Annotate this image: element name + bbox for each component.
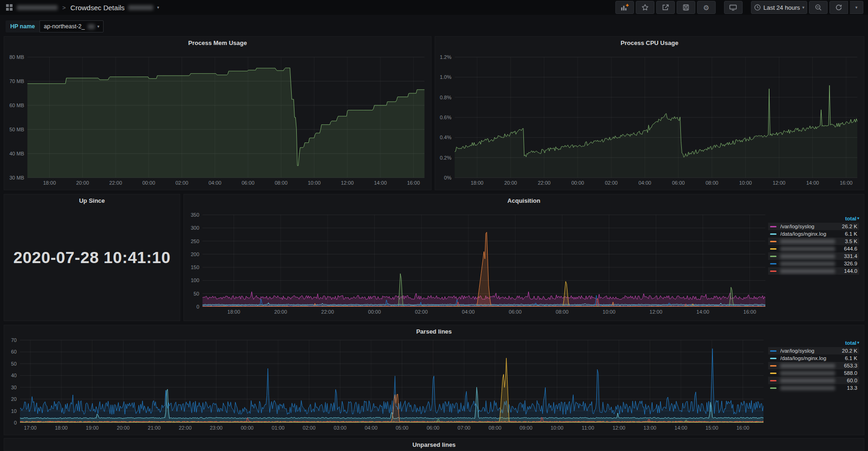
panel-title-cpu[interactable]: Process CPU Usage [435, 39, 864, 46]
redacted-series-label [780, 269, 835, 273]
svg-text:10:00: 10:00 [550, 425, 563, 431]
time-range-picker[interactable]: Last 24 hours ▾ [751, 1, 807, 14]
svg-text:16:00: 16:00 [737, 425, 750, 431]
svg-text:08:00: 08:00 [705, 180, 718, 186]
svg-text:0: 0 [14, 420, 17, 425]
svg-text:250: 250 [191, 238, 199, 244]
settings-button[interactable]: ⚙ [697, 1, 716, 14]
svg-text:04:00: 04:00 [365, 425, 378, 431]
redacted-title-suffix [128, 5, 153, 10]
legend-series-swatch [770, 241, 777, 242]
legend-row[interactable]: /var/log/syslog26.2 K [768, 223, 859, 230]
svg-text:10: 10 [11, 408, 17, 414]
panel-title-parsed[interactable]: Parsed lines [4, 328, 864, 335]
svg-text:0%: 0% [444, 175, 451, 180]
svg-text:350: 350 [191, 212, 199, 218]
variable-chevron-down-icon: ▾ [98, 25, 100, 29]
svg-text:60: 60 [11, 349, 17, 354]
legend-series-swatch [770, 358, 777, 359]
hp-name-dropdown[interactable]: ap-northeast-2_ ▾ [39, 20, 104, 32]
legend-row[interactable]: 144.0 [768, 267, 859, 275]
acquisition-chart[interactable]: 18:0020:0022:0000:0002:0004:0006:0008:00… [184, 194, 768, 321]
legend-sort-header[interactable]: total▾ [768, 215, 859, 222]
title-chevron-down-icon[interactable]: ▾ [157, 6, 159, 10]
add-panel-button[interactable] [615, 1, 634, 14]
legend-series-total: 6.1 K [845, 231, 857, 237]
refresh-button[interactable] [829, 1, 848, 14]
legend-row[interactable]: 331.4 [768, 252, 859, 260]
redacted-variable-suffix [88, 24, 95, 29]
panel-title-acquisition[interactable]: Acquisition [184, 197, 864, 204]
svg-text:300: 300 [191, 225, 199, 231]
svg-text:70: 70 [11, 337, 17, 343]
refresh-interval-dropdown[interactable]: ▾ [850, 1, 863, 14]
svg-text:30 MB: 30 MB [9, 175, 24, 180]
legend-row[interactable]: /var/log/syslog20.2 K [768, 347, 859, 354]
cycle-view-mode-button[interactable] [724, 1, 743, 14]
svg-text:14:00: 14:00 [697, 309, 710, 315]
panel-title-mem[interactable]: Process Mem Usage [4, 39, 431, 46]
legend-series-total: 26.2 K [842, 224, 857, 229]
svg-text:10:00: 10:00 [739, 180, 752, 186]
legend-series-swatch [770, 271, 777, 272]
star-button[interactable] [636, 1, 654, 14]
dashboard-title[interactable]: Crowdsec Details [71, 4, 125, 12]
legend-row[interactable]: 13.3 [768, 384, 859, 392]
legend-row[interactable]: /data/logs/nginx.log6.1 K [768, 354, 859, 362]
legend-series-total: 588.0 [844, 370, 857, 376]
svg-text:04:00: 04:00 [462, 309, 475, 315]
svg-text:04:00: 04:00 [639, 180, 652, 186]
svg-text:0.8%: 0.8% [440, 95, 451, 100]
svg-text:00:00: 00:00 [241, 425, 254, 431]
legend-row[interactable]: 644.6 [768, 245, 859, 252]
cpu-usage-chart[interactable]: 18:0020:0022:0000:0002:0004:0006:0008:00… [435, 37, 864, 190]
legend-sort-header[interactable]: total▾ [768, 339, 859, 346]
panel-process-mem-usage: Process Mem Usage 18:0020:0022:0000:0002… [4, 36, 431, 190]
svg-text:12:00: 12:00 [613, 425, 626, 431]
legend-series-swatch [770, 263, 777, 264]
svg-text:08:00: 08:00 [489, 425, 502, 431]
apps-grid-icon[interactable] [6, 4, 13, 11]
svg-text:02:00: 02:00 [303, 425, 316, 431]
legend-series-swatch [770, 256, 777, 257]
legend-series-swatch [770, 380, 777, 381]
legend-series-total: 326.9 [844, 261, 857, 266]
svg-text:12:00: 12:00 [773, 180, 786, 186]
panel-title-unparsed[interactable]: Unparsed lines [4, 441, 864, 448]
legend-row[interactable]: 60.0 [768, 377, 859, 384]
svg-text:16:00: 16:00 [840, 180, 853, 186]
share-button[interactable] [656, 1, 675, 14]
svg-text:70 MB: 70 MB [9, 78, 24, 84]
legend-row[interactable]: 588.0 [768, 369, 859, 377]
legend-row[interactable]: 3.5 K [768, 238, 859, 245]
svg-text:100: 100 [191, 277, 199, 283]
svg-text:13:00: 13:00 [644, 425, 657, 431]
breadcrumb-separator-icon: > [62, 4, 66, 11]
svg-text:02:00: 02:00 [176, 180, 189, 186]
legend-series-total: 653.3 [844, 363, 857, 368]
svg-text:50: 50 [11, 361, 17, 367]
acquisition-legend: total▾/var/log/syslog26.2 K/data/logs/ng… [768, 194, 864, 321]
svg-text:05:00: 05:00 [396, 425, 409, 431]
svg-text:18:00: 18:00 [470, 180, 483, 186]
svg-text:03:00: 03:00 [334, 425, 347, 431]
parsed-lines-chart[interactable]: 17:0018:0019:0020:0021:0022:0023:0000:00… [4, 325, 768, 435]
zoom-out-button[interactable] [809, 1, 828, 14]
svg-text:30: 30 [11, 385, 17, 390]
redacted-folder-name[interactable] [17, 5, 58, 10]
svg-text:19:00: 19:00 [86, 425, 99, 431]
svg-text:00:00: 00:00 [142, 180, 155, 186]
legend-series-swatch [770, 248, 777, 250]
svg-text:10:00: 10:00 [603, 309, 616, 315]
panel-title-up-since[interactable]: Up Since [4, 197, 180, 204]
legend-row[interactable]: 653.3 [768, 362, 859, 369]
svg-text:14:00: 14:00 [674, 425, 687, 431]
legend-series-total: 144.0 [844, 268, 857, 274]
svg-text:04:00: 04:00 [209, 180, 222, 186]
legend-row[interactable]: /data/logs/nginx.log6.1 K [768, 230, 859, 238]
svg-text:02:00: 02:00 [605, 180, 618, 186]
save-button[interactable] [677, 1, 695, 14]
mem-usage-chart[interactable]: 18:0020:0022:0000:0002:0004:0006:0008:00… [4, 37, 431, 190]
legend-row[interactable]: 326.9 [768, 260, 859, 267]
variable-value: ap-northeast-2_ [44, 23, 85, 30]
